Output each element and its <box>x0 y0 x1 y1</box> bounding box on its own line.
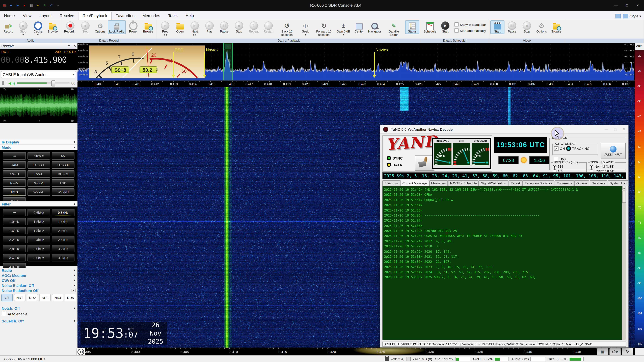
browse-button[interactable]: Browse <box>550 20 564 34</box>
radio-header[interactable]: Radio▼ <box>0 268 78 273</box>
undo-icon[interactable]: ↺ <box>49 3 54 8</box>
auto-enable-checkbox[interactable] <box>2 312 6 316</box>
filter-1-2khz[interactable]: 1.2kHz <box>27 218 50 225</box>
play-button[interactable]: ▶Play <box>202 20 216 34</box>
pause-button[interactable]: ▮▮Pause <box>505 20 519 34</box>
start-button[interactable]: ▶Start <box>438 20 452 34</box>
scroll-thumb[interactable] <box>622 191 626 203</box>
tab-navtex-schedule[interactable]: NAVTEX Schedule <box>448 180 479 186</box>
datafile-editor-button[interactable]: ✎Datafile Editor <box>383 20 404 37</box>
edit-icon[interactable]: ✎ <box>42 3 47 8</box>
noise-reduction-row[interactable]: Noise Reduction: Off▲ <box>0 288 78 293</box>
polarity-normal-usb[interactable]: Normal (USB) <box>590 165 624 169</box>
audio-input-select[interactable]: CABLE Input (VB-Audio ...▼ <box>1 71 76 78</box>
filter-header[interactable]: Filter▲ <box>0 201 78 206</box>
mode-cw-l[interactable]: CW-L <box>27 170 50 178</box>
stop-button[interactable]: ■Stop <box>78 20 92 34</box>
tab-options[interactable]: Options <box>574 180 590 186</box>
app-icon[interactable]: ▦ <box>2 3 7 8</box>
menu-favourites[interactable]: Favourites <box>112 12 138 20</box>
filter-1-8khz[interactable]: 1.8kHz <box>27 227 50 234</box>
users-icon[interactable]: ☻ <box>9 3 14 8</box>
scroll-left-button[interactable]: ◀◀ <box>76 348 85 356</box>
mode-w-fm[interactable]: W-FM <box>27 179 50 187</box>
filter-1-4khz[interactable]: 1.4kHz <box>52 218 74 225</box>
filter-2-2khz[interactable]: 2.2kHz <box>3 236 26 243</box>
show-in-status-bar-checkbox[interactable]: Show in status bar <box>454 22 486 26</box>
play-icon[interactable]: ▶ <box>16 3 20 8</box>
mode-lsb[interactable]: LSB <box>52 179 74 187</box>
menu-help[interactable]: Help <box>182 12 198 20</box>
filter-3-4khz[interactable]: 3.4kHz <box>3 254 26 261</box>
stop-button[interactable]: ■Stop <box>232 20 246 34</box>
dropdown-caret[interactable]: ▾ <box>56 3 60 8</box>
pause-icon[interactable]: ▮▮ <box>29 3 34 8</box>
browse-button[interactable]: Browse <box>46 20 60 34</box>
tab-current-message[interactable]: Current Message <box>400 180 429 186</box>
menu-home[interactable]: Home <box>0 12 19 20</box>
filter-1-0khz[interactable]: 1.0kHz <box>3 218 26 225</box>
filter-2-8khz[interactable]: 2.8kHz <box>3 245 26 252</box>
mode-step[interactable]: Step ≡ <box>27 152 50 160</box>
cw-row[interactable]: CW: Off▼ <box>0 278 78 283</box>
equalizer-icon[interactable] <box>2 81 6 85</box>
open-button[interactable]: Open <box>173 20 187 34</box>
tab-reception-statistics[interactable]: Reception Statistics <box>522 180 554 186</box>
center-button[interactable]: Center <box>352 20 366 34</box>
yand-close-button[interactable]: ✕ <box>622 127 626 132</box>
menu-tools[interactable]: Tools <box>164 12 182 20</box>
notch-row[interactable]: Notch: Off▲ <box>0 306 78 311</box>
next-button[interactable]: ▶Next▶▶ <box>188 20 202 36</box>
nr-nr4[interactable]: NR4 <box>52 294 64 301</box>
mode-cw-u[interactable]: CW-U <box>3 170 26 178</box>
menu-receive[interactable]: Receive <box>56 12 78 20</box>
mode-ecss-u[interactable]: ECSS-U <box>52 161 74 169</box>
star-icon[interactable]: ★ <box>36 3 40 8</box>
filter-[interactable]: ••• <box>3 209 26 216</box>
yand-titlebar[interactable]: YaND 5.6 Yet Another Navtex Decoder — □ … <box>380 125 628 134</box>
power-button[interactable]: Power <box>126 20 140 34</box>
zoom-level-button[interactable]: x2 ▶ <box>610 348 621 355</box>
mode-wide-l[interactable]: Wide-L <box>27 188 50 196</box>
yand-maximize-button[interactable]: □ <box>614 127 616 131</box>
filter-2-6khz[interactable]: 2.6kHz <box>52 236 74 243</box>
menu-layout[interactable]: Layout <box>36 12 56 20</box>
record-button[interactable]: Record... <box>63 20 78 34</box>
repeat-button[interactable]: ↻Repeat <box>247 20 261 34</box>
channel-marker[interactable]: 1 <box>224 43 233 81</box>
noise-blanker-row[interactable]: Noise Blanker: Off▼ <box>0 283 78 288</box>
filter-3-8khz[interactable]: 3.8kHz <box>52 254 74 261</box>
menu-memories[interactable]: Memories <box>138 12 164 20</box>
stop-button[interactable]: ■Stop▼ <box>16 20 30 36</box>
mode-[interactable]: ••• <box>3 152 26 160</box>
tab-system-log[interactable]: System Log <box>608 180 628 186</box>
menu-view[interactable]: View <box>19 12 36 20</box>
navigator-button[interactable]: Navigator <box>367 20 382 34</box>
style-menu[interactable]: Style ▾ <box>630 14 641 18</box>
autotuning-on-checkbox[interactable]: ✓ <box>554 146 558 151</box>
frequency-display[interactable]: 00.008.415.900 <box>0 54 78 65</box>
options-button[interactable]: ⚙Options <box>93 20 107 34</box>
start-button[interactable]: Start <box>490 20 504 34</box>
tab-messages[interactable]: Messages <box>429 180 448 186</box>
panel-collapse-icon[interactable]: ▼ <box>67 44 70 48</box>
mode-bc-fm[interactable]: BC-FM <box>52 170 74 178</box>
filter-3-2khz[interactable]: 3.2kHz <box>52 245 74 252</box>
uos-checkbox[interactable] <box>554 157 558 161</box>
filter-2-4khz[interactable]: 2.4kHz <box>27 236 50 243</box>
window-layout-icon[interactable] <box>616 14 621 18</box>
waterfall-frequency-scale[interactable]: 8.3958.4008.4058.4108.4158.4208.4258.430… <box>78 348 634 355</box>
mode-wide-u[interactable]: Wide-U <box>52 188 74 196</box>
audio-input-button[interactable]: AUDIO INPUT <box>601 143 626 159</box>
mode-usb[interactable]: USB <box>3 188 26 196</box>
nr-nr3[interactable]: NR3 <box>40 294 51 301</box>
refresh-icon[interactable]: ↻ <box>622 348 633 355</box>
mode-sam[interactable]: SAM <box>3 161 26 169</box>
tab-database[interactable]: Database <box>590 180 607 186</box>
panel-close-icon[interactable]: ✕ <box>73 44 76 48</box>
schedule-button[interactable]: Schedule <box>422 20 438 34</box>
tab-report[interactable]: Report <box>508 180 522 186</box>
auto-enable-row[interactable]: Auto enable <box>0 311 78 317</box>
tab-ephemeris[interactable]: Ephemeris <box>555 180 574 186</box>
cache-button[interactable]: Cache▼ <box>31 20 45 36</box>
